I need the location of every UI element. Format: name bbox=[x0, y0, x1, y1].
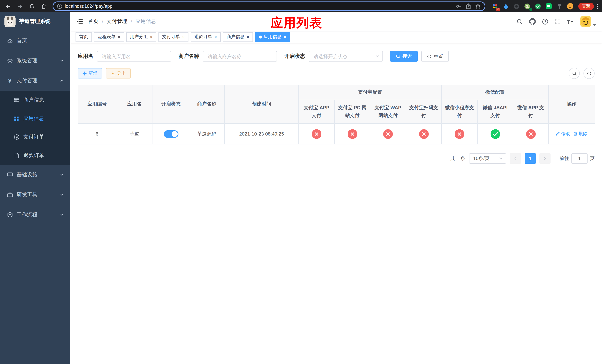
site-info-icon[interactable] bbox=[57, 3, 62, 9]
extension-chat-icon[interactable] bbox=[545, 2, 552, 10]
forward-icon[interactable] bbox=[16, 2, 24, 11]
extension-avatar-icon[interactable]: 1 bbox=[524, 2, 531, 10]
share-icon[interactable] bbox=[466, 3, 471, 9]
menu-label: 商户信息 bbox=[23, 97, 44, 103]
sidebar-item-payment[interactable]: ¥ 支付管理 bbox=[0, 71, 70, 91]
tab-user-group[interactable]: 用户分组× bbox=[126, 32, 156, 42]
sidebar-item-system[interactable]: 系统管理 bbox=[0, 51, 70, 71]
group-alipay-config: 支付宝配置 bbox=[299, 85, 441, 100]
chevron-down-icon bbox=[60, 213, 64, 217]
search-icon[interactable] bbox=[516, 18, 523, 25]
search-button[interactable]: 搜索 bbox=[390, 51, 418, 62]
sidebar-item-refund-orders[interactable]: 退款订单 bbox=[0, 146, 70, 165]
address-bar[interactable]: localhost:1024/pay/app bbox=[53, 1, 485, 11]
browser-toolbar: localhost:1024/pay/app 10 bbox=[0, 0, 602, 12]
extension-pin-icon[interactable] bbox=[556, 2, 563, 10]
tab-process-form[interactable]: 流程表单× bbox=[94, 32, 124, 42]
col-wechat-jsapi: 微信 JSAPI 支付 bbox=[477, 100, 513, 124]
extension-dark-circle-icon[interactable] bbox=[513, 2, 520, 10]
browser-menu-icon[interactable] bbox=[597, 3, 598, 9]
merchant-name-label: 商户名称 bbox=[178, 53, 199, 60]
bookmark-star-icon[interactable] bbox=[475, 3, 481, 9]
table-toolbar: 新增 导出 bbox=[78, 68, 595, 79]
goto-page-input[interactable] bbox=[571, 153, 588, 164]
sidebar-fold-icon[interactable] bbox=[76, 19, 83, 24]
password-key-icon[interactable] bbox=[456, 3, 462, 9]
chevron-down-icon bbox=[60, 193, 64, 197]
page-content: 应用名 商户名称 开启状态 bbox=[70, 43, 602, 364]
total-count: 共 1 条 bbox=[450, 155, 465, 162]
next-page-button[interactable] bbox=[539, 153, 550, 164]
svg-text:?: ? bbox=[544, 20, 546, 23]
home-icon[interactable] bbox=[39, 2, 48, 11]
sidebar-item-workflow[interactable]: 工作流程 bbox=[0, 205, 70, 225]
delete-link[interactable]: 删除 bbox=[573, 131, 588, 137]
toolbox-icon bbox=[7, 192, 13, 198]
add-button[interactable]: 新增 bbox=[78, 68, 102, 78]
chevron-down-icon bbox=[60, 59, 64, 63]
breadcrumb-home[interactable]: 首页 bbox=[88, 18, 98, 25]
merchant-name-input[interactable] bbox=[203, 51, 277, 62]
col-alipay-pc: 支付宝 PC 网站支付 bbox=[334, 100, 370, 124]
extension-check-icon[interactable] bbox=[534, 2, 542, 10]
refresh-button[interactable] bbox=[583, 68, 595, 79]
tab-app-info[interactable]: 应用信息× bbox=[255, 32, 290, 42]
close-icon[interactable]: × bbox=[247, 35, 249, 39]
sidebar-item-pay-orders[interactable]: 支付订单 bbox=[0, 128, 70, 146]
app-name-label: 应用名 bbox=[78, 53, 93, 60]
back-icon[interactable] bbox=[4, 2, 13, 11]
github-icon[interactable] bbox=[529, 18, 536, 25]
prev-page-button[interactable] bbox=[510, 153, 521, 164]
breadcrumb-payment[interactable]: 支付管理 bbox=[107, 18, 127, 25]
reset-button[interactable]: 重置 bbox=[421, 51, 449, 62]
col-app-name: 应用名 bbox=[116, 85, 153, 124]
alipay-wap-status-icon bbox=[383, 129, 393, 139]
url-text[interactable]: localhost:1024/pay/app bbox=[65, 3, 453, 9]
extension-badge: 10 bbox=[496, 8, 500, 11]
app-name-input[interactable] bbox=[97, 51, 171, 62]
page-number[interactable]: 1 bbox=[525, 153, 536, 164]
close-icon[interactable]: × bbox=[214, 35, 217, 39]
navbar: 首页 / 支付管理 / 应用信息 ? bbox=[70, 12, 602, 31]
tab-merchant-info[interactable]: 商户信息× bbox=[223, 32, 253, 42]
close-icon[interactable]: × bbox=[284, 35, 286, 39]
credit-card-icon bbox=[13, 97, 20, 103]
sidebar-item-dev-tools[interactable]: 研发工具 bbox=[0, 185, 70, 205]
svg-text:T: T bbox=[567, 19, 570, 24]
profile-avatar-icon[interactable] bbox=[567, 2, 574, 10]
alipay-qr-status-icon bbox=[419, 129, 429, 139]
help-icon[interactable]: ? bbox=[542, 18, 548, 25]
user-avatar[interactable] bbox=[580, 16, 591, 27]
toggle-search-button[interactable] bbox=[569, 68, 580, 79]
user-menu[interactable] bbox=[580, 16, 596, 27]
tab-refund-orders[interactable]: 退款订单× bbox=[191, 32, 221, 42]
chrome-update-button[interactable]: 更新 bbox=[578, 2, 594, 10]
tab-home[interactable]: 首页 bbox=[75, 32, 92, 42]
close-icon[interactable]: × bbox=[182, 35, 185, 39]
cube-icon bbox=[7, 212, 13, 218]
menu-label: 应用信息 bbox=[23, 115, 44, 122]
export-button[interactable]: 导出 bbox=[106, 68, 131, 78]
fullscreen-icon[interactable] bbox=[555, 19, 560, 24]
reload-icon[interactable] bbox=[27, 2, 36, 11]
wechat-jsapi-status-icon bbox=[490, 129, 500, 139]
close-icon[interactable]: × bbox=[118, 35, 120, 39]
sidebar-item-merchant-info[interactable]: 商户信息 bbox=[0, 91, 70, 109]
edit-link[interactable]: 修改 bbox=[556, 131, 570, 137]
navbar-actions: ? TT bbox=[516, 16, 596, 27]
sidebar-item-app-info[interactable]: 应用信息 bbox=[0, 109, 70, 128]
menu-label: 支付管理 bbox=[17, 77, 37, 84]
close-icon[interactable]: × bbox=[150, 35, 152, 39]
extension-grid-icon[interactable]: 10 bbox=[491, 2, 499, 10]
extension-drop-icon[interactable] bbox=[502, 2, 509, 10]
yen-icon: ¥ bbox=[7, 78, 13, 84]
app-logo-row[interactable]: 芋道管理系统 bbox=[0, 12, 70, 31]
status-switch[interactable] bbox=[163, 130, 178, 138]
tab-pay-orders[interactable]: 支付订单× bbox=[159, 32, 188, 42]
page-size-select[interactable]: 10条/页 bbox=[469, 153, 506, 164]
status-select[interactable] bbox=[309, 51, 383, 62]
sidebar-item-home[interactable]: 首页 bbox=[0, 31, 70, 51]
sidebar-item-infrastructure[interactable]: 基础设施 bbox=[0, 165, 70, 185]
font-size-icon[interactable]: TT bbox=[567, 19, 574, 24]
active-dot bbox=[259, 35, 262, 38]
